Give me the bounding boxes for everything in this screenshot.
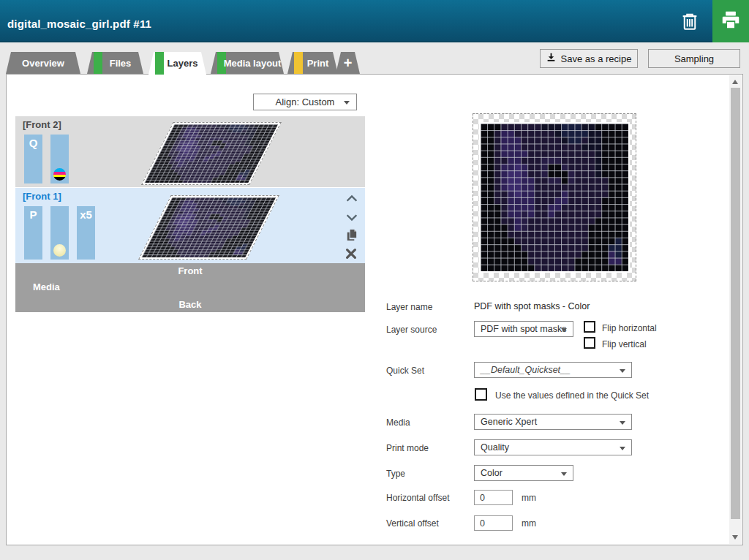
quick-set-label: Quick Set xyxy=(386,366,424,376)
tab-status-stripe xyxy=(155,52,164,75)
vertical-scrollbar[interactable] xyxy=(729,75,742,544)
media-label: Media xyxy=(386,417,410,428)
dropdown-arrow-icon xyxy=(561,328,567,332)
tab-media-layout[interactable]: Media layout xyxy=(211,52,284,74)
channel-bar-x5: x5 xyxy=(77,206,95,260)
delete-job-button[interactable] xyxy=(679,10,702,34)
printer-icon xyxy=(720,9,742,34)
tab-status-stripe xyxy=(94,52,102,74)
dropdown-arrow-icon xyxy=(620,447,625,450)
media-dropdown[interactable]: Generic Xpert xyxy=(474,414,632,430)
layer-row-front2[interactable]: [Front 2] Q xyxy=(15,116,365,187)
media-bar-front-label: Front xyxy=(15,265,365,276)
vertical-offset-unit: mm xyxy=(522,518,536,529)
flip-horizontal-label: Flip horizontal xyxy=(602,323,657,333)
print-mode-label: Print mode xyxy=(386,443,429,453)
layer-thumbnail xyxy=(141,122,282,185)
dropdown-arrow-icon xyxy=(620,369,625,373)
download-icon xyxy=(546,53,556,64)
type-dropdown[interactable]: Color xyxy=(474,465,573,481)
layer-row-label: [Front 1] xyxy=(23,191,61,202)
trash-icon xyxy=(679,22,701,34)
scroll-up-icon[interactable] xyxy=(732,80,738,84)
dropdown-arrow-icon xyxy=(344,101,350,105)
duplicate-layer-button[interactable] xyxy=(345,228,359,243)
layer-row-label: [Front 2] xyxy=(23,119,61,130)
spot-color-icon xyxy=(53,244,66,257)
channel-bar-spot xyxy=(50,206,69,260)
print-job-button[interactable] xyxy=(712,0,749,42)
app-window: digital_mosaic_girl.pdf #11 Overview xyxy=(0,0,749,560)
flip-horizontal-checkbox[interactable] xyxy=(584,321,595,333)
layer-name-label: Layer name xyxy=(386,302,432,312)
dropdown-arrow-icon xyxy=(620,421,625,425)
layer-preview xyxy=(473,113,636,281)
cmyk-color-icon xyxy=(53,168,66,181)
channel-bar-color xyxy=(50,135,69,183)
layer-thumbnail xyxy=(138,195,279,260)
tab-print[interactable]: Print xyxy=(287,52,338,74)
tab-add-button[interactable]: + xyxy=(336,52,360,74)
layer-name-value: PDF with spot masks - Color xyxy=(474,301,590,311)
quick-set-dropdown[interactable]: __Default_Quickset__ xyxy=(474,362,632,378)
save-as-recipe-button[interactable]: Save as a recipe xyxy=(540,49,638,68)
move-layer-down-button[interactable] xyxy=(345,210,359,224)
flip-vertical-checkbox[interactable] xyxy=(584,337,595,349)
content-panel: Align: Custom [Front 2] Q [Front 1] P xyxy=(6,74,743,545)
channel-bar-p: P xyxy=(24,206,42,260)
scroll-down-icon[interactable] xyxy=(732,535,738,540)
tab-overview[interactable]: Overview xyxy=(6,52,80,74)
print-mode-dropdown[interactable]: Quality xyxy=(474,439,632,455)
media-bar: Front Media Back xyxy=(15,263,365,312)
vertical-offset-input[interactable] xyxy=(474,515,513,531)
align-dropdown[interactable]: Align: Custom xyxy=(253,94,357,110)
layer-source-dropdown[interactable]: PDF with spot masks xyxy=(474,321,573,337)
type-label: Type xyxy=(386,469,405,479)
sampling-button[interactable]: Sampling xyxy=(648,49,740,68)
horizontal-offset-unit: mm xyxy=(522,493,536,503)
layer-source-label: Layer source xyxy=(386,325,437,335)
flip-vertical-label: Flip vertical xyxy=(602,339,647,349)
layer-row-front1[interactable]: [Front 1] P x5 xyxy=(15,188,365,263)
use-quickset-values-label: Use the values defined in the Quick Set xyxy=(495,390,649,401)
use-quickset-values-checkbox[interactable] xyxy=(475,388,487,401)
vertical-offset-label: Vertical offset xyxy=(386,518,439,529)
tab-layers[interactable]: Layers xyxy=(148,52,206,75)
dropdown-arrow-icon xyxy=(561,472,567,476)
layer-actions xyxy=(345,188,361,263)
move-layer-up-button[interactable] xyxy=(345,192,359,206)
window-title: digital_mosaic_girl.pdf #11 xyxy=(7,18,151,30)
tab-status-stripe xyxy=(294,52,303,74)
horizontal-offset-input[interactable] xyxy=(474,490,513,505)
scrollbar-thumb[interactable] xyxy=(731,88,740,519)
title-bar: digital_mosaic_girl.pdf #11 xyxy=(0,0,749,42)
delete-layer-button[interactable] xyxy=(345,247,359,262)
plus-icon: + xyxy=(344,56,353,70)
media-bar-back-label: Back xyxy=(15,299,365,310)
tab-files[interactable]: Files xyxy=(87,52,143,74)
media-bar-media-label: Media xyxy=(33,281,60,292)
channel-bar-q: Q xyxy=(24,135,42,183)
horizontal-offset-label: Horizontal offset xyxy=(386,493,450,503)
